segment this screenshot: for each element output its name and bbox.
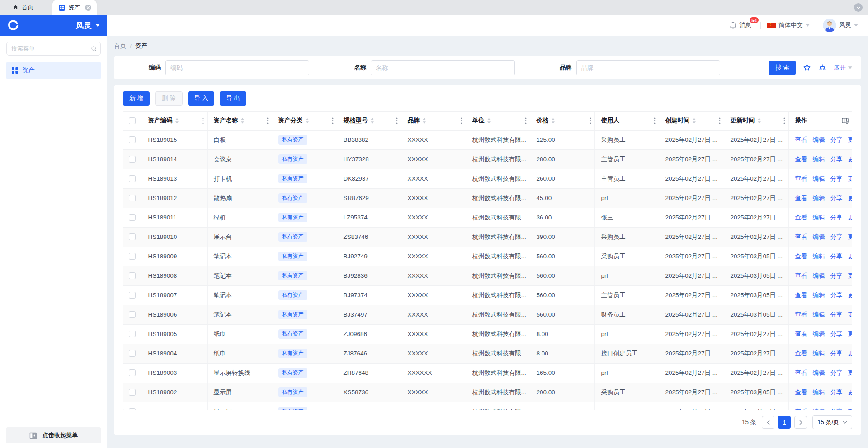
column-menu-icon[interactable] <box>590 117 591 124</box>
column-header-category[interactable]: 资产分类 <box>272 112 337 130</box>
column-header-updated[interactable]: 更新时间 <box>724 112 788 130</box>
sort-icon[interactable] <box>487 118 491 124</box>
action-view[interactable]: 查看 <box>795 253 807 260</box>
action-edit[interactable]: 编辑 <box>813 233 825 240</box>
breadcrumb-home[interactable]: 首页 <box>114 42 126 50</box>
sort-icon[interactable] <box>422 118 426 124</box>
action-more[interactable]: 更多 <box>848 156 853 163</box>
action-more[interactable]: 更多 <box>848 408 853 411</box>
tab-home[interactable]: 首页 <box>6 0 40 15</box>
menu-search[interactable] <box>6 42 101 56</box>
action-view[interactable]: 查看 <box>795 195 807 201</box>
sort-icon[interactable] <box>370 118 374 124</box>
prev-page-button[interactable] <box>762 416 774 429</box>
page-size-select[interactable]: 15 条/页 <box>812 415 852 429</box>
messages-button[interactable]: 消息 54 <box>730 21 754 29</box>
action-share[interactable]: 分享 <box>830 136 843 143</box>
action-share[interactable]: 分享 <box>830 331 843 337</box>
action-more[interactable]: 更多 <box>848 369 853 376</box>
column-menu-icon[interactable] <box>332 117 334 124</box>
sort-icon[interactable] <box>692 118 696 124</box>
row-checkbox[interactable] <box>129 156 136 163</box>
column-header-user[interactable]: 使用人 <box>594 112 659 130</box>
action-share[interactable]: 分享 <box>830 272 843 279</box>
action-more[interactable]: 更多 <box>848 292 853 299</box>
action-view[interactable]: 查看 <box>795 369 807 376</box>
action-share[interactable]: 分享 <box>830 408 843 411</box>
action-edit[interactable]: 编辑 <box>813 292 825 299</box>
column-header-price[interactable]: 价格 <box>530 112 594 130</box>
action-more[interactable]: 更多 <box>848 175 853 182</box>
action-share[interactable]: 分享 <box>830 233 843 240</box>
sort-icon[interactable] <box>551 118 555 124</box>
action-edit[interactable]: 编辑 <box>813 272 825 279</box>
action-share[interactable]: 分享 <box>830 369 843 376</box>
row-checkbox[interactable] <box>129 408 136 410</box>
chevron-down-icon[interactable] <box>854 3 863 12</box>
row-checkbox[interactable] <box>129 214 136 221</box>
language-switcher[interactable]: 简体中文 <box>767 21 810 29</box>
column-menu-icon[interactable] <box>719 117 721 124</box>
column-menu-icon[interactable] <box>396 117 398 124</box>
action-share[interactable]: 分享 <box>830 253 843 260</box>
expand-toggle[interactable]: 展开 <box>834 64 852 72</box>
action-more[interactable]: 更多 <box>848 136 853 143</box>
row-checkbox[interactable] <box>129 136 136 143</box>
action-view[interactable]: 查看 <box>795 331 807 337</box>
action-more[interactable]: 更多 <box>848 311 853 318</box>
column-menu-icon[interactable] <box>654 117 656 124</box>
action-edit[interactable]: 编辑 <box>813 253 825 260</box>
action-share[interactable]: 分享 <box>830 350 843 357</box>
row-checkbox[interactable] <box>129 331 136 337</box>
column-header-created[interactable]: 创建时间 <box>659 112 724 130</box>
action-share[interactable]: 分享 <box>830 311 843 318</box>
action-edit[interactable]: 编辑 <box>813 156 825 163</box>
action-share[interactable]: 分享 <box>830 389 843 396</box>
column-header-brand[interactable]: 品牌 <box>401 112 466 130</box>
code-field[interactable] <box>165 60 309 75</box>
column-header-unit[interactable]: 单位 <box>466 112 530 130</box>
action-view[interactable]: 查看 <box>795 292 807 299</box>
row-checkbox[interactable] <box>129 233 136 240</box>
add-button[interactable]: 新 增 <box>123 91 150 106</box>
clear-brush-icon[interactable] <box>818 64 826 72</box>
action-view[interactable]: 查看 <box>795 156 807 163</box>
action-view[interactable]: 查看 <box>795 311 807 318</box>
column-header-spec[interactable]: 规格型号 <box>337 112 401 130</box>
action-edit[interactable]: 编辑 <box>813 331 825 337</box>
column-settings-icon[interactable] <box>842 117 849 124</box>
export-button[interactable]: 导 出 <box>220 91 246 106</box>
name-field[interactable] <box>371 60 514 75</box>
column-menu-icon[interactable] <box>461 117 462 124</box>
action-edit[interactable]: 编辑 <box>813 311 825 318</box>
column-menu-icon[interactable] <box>525 117 527 124</box>
page-1-button[interactable]: 1 <box>778 416 791 429</box>
select-all-checkbox[interactable] <box>129 117 136 124</box>
row-checkbox[interactable] <box>129 369 136 376</box>
sort-icon[interactable] <box>757 118 761 124</box>
action-more[interactable]: 更多 <box>848 195 853 201</box>
action-edit[interactable]: 编辑 <box>813 389 825 396</box>
column-menu-icon[interactable] <box>267 117 269 124</box>
action-view[interactable]: 查看 <box>795 272 807 279</box>
row-checkbox[interactable] <box>129 292 136 299</box>
sort-icon[interactable] <box>175 118 179 124</box>
row-checkbox[interactable] <box>129 195 136 201</box>
action-more[interactable]: 更多 <box>848 350 853 357</box>
delete-button[interactable]: 删 除 <box>155 91 183 106</box>
action-share[interactable]: 分享 <box>830 292 843 299</box>
action-more[interactable]: 更多 <box>848 389 853 396</box>
action-more[interactable]: 更多 <box>848 253 853 260</box>
action-edit[interactable]: 编辑 <box>813 195 825 201</box>
action-more[interactable]: 更多 <box>848 272 853 279</box>
row-checkbox[interactable] <box>129 350 136 357</box>
action-edit[interactable]: 编辑 <box>813 175 825 182</box>
sidebar-item-assets[interactable]: 资产 <box>6 62 101 79</box>
action-view[interactable]: 查看 <box>795 350 807 357</box>
menu-search-input[interactable] <box>11 45 91 52</box>
row-checkbox[interactable] <box>129 389 136 396</box>
brand-field[interactable] <box>576 60 720 75</box>
action-edit[interactable]: 编辑 <box>813 408 825 411</box>
action-more[interactable]: 更多 <box>848 233 853 240</box>
action-more[interactable]: 更多 <box>848 214 853 221</box>
